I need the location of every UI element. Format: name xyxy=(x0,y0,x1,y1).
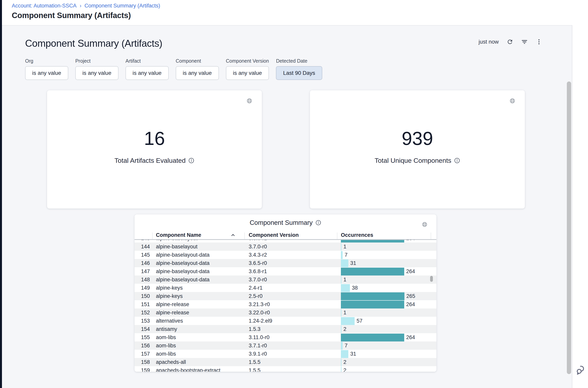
table-row[interactable]: 143alpine-baselayout3.6.8-r1264 xyxy=(134,240,436,242)
table-row[interactable]: 154antisamy1.5.32 xyxy=(134,325,436,333)
occurrence-bar xyxy=(341,268,404,275)
row-index: 146 xyxy=(134,259,150,267)
component-version-cell: 3.7.1-r0 xyxy=(249,341,267,350)
occurrence-bar xyxy=(341,259,348,267)
occurrence-value: 1 xyxy=(343,242,346,251)
table-row[interactable]: 149alpine-keys2.4-r138 xyxy=(134,284,436,292)
component-name-cell: alpine-release xyxy=(156,309,189,317)
filter-label: Detected Date xyxy=(276,58,322,64)
occurrences-cell: 264 xyxy=(341,267,431,275)
last-refreshed-label: just now xyxy=(479,39,499,45)
page-title: Component Summary (Artifacts) xyxy=(12,11,131,20)
table-row[interactable]: 145alpine-baselayout-data3.4.3-r27 xyxy=(134,251,436,259)
row-index: 152 xyxy=(134,309,150,317)
occurrence-value: 31 xyxy=(350,259,356,267)
info-icon[interactable] xyxy=(188,157,194,164)
occurrence-bar xyxy=(341,350,348,358)
occurrence-bar xyxy=(341,243,342,251)
component-version-cell: 3.4.3-r2 xyxy=(249,251,267,259)
occurrences-cell: 265 xyxy=(341,292,431,300)
breadcrumb-page-link[interactable]: Component Summary (Artifacts) xyxy=(85,3,160,9)
table-row[interactable]: 147alpine-baselayout-data3.6.8-r1264 xyxy=(134,267,436,275)
table-row[interactable]: 148alpine-baselayout-data3.7.0-r01 xyxy=(134,275,436,284)
occurrences-cell: 7 xyxy=(341,341,431,350)
component-version-cell: 3.22.0-r0 xyxy=(249,309,270,317)
component-name-cell: alpine-keys xyxy=(156,292,183,300)
occurrence-value: 2 xyxy=(343,358,346,366)
filter-value-button[interactable]: is any value xyxy=(75,66,118,80)
row-index: 150 xyxy=(134,292,150,300)
table-row[interactable]: 150alpine-keys2.5-r0265 xyxy=(134,292,436,300)
row-index: 145 xyxy=(134,251,150,259)
table-row[interactable]: 158apacheds-all1.5.52 xyxy=(134,358,436,366)
filter-value-button[interactable]: is any value xyxy=(25,66,68,80)
column-header-occurrences[interactable]: Occurrences xyxy=(341,231,373,239)
table-row[interactable]: 155aom-libs3.11.0-r0264 xyxy=(134,333,436,341)
occurrence-value: 1 xyxy=(343,309,346,317)
occurrence-value: 2 xyxy=(343,325,346,333)
info-icon[interactable] xyxy=(315,220,321,226)
stat-card-total-unique-components: 939 Total Unique Components xyxy=(310,90,525,209)
collapsed-nav-rail[interactable] xyxy=(0,0,2,388)
stat-label: Total Artifacts Evaluated xyxy=(114,157,186,164)
breadcrumb-account-link[interactable]: Account: Automation-SSCA xyxy=(12,3,76,9)
filter-value-button[interactable]: Last 90 Days xyxy=(276,66,322,80)
filter-value-button[interactable]: is any value xyxy=(126,66,169,80)
component-version-cell: 3.6.5-r0 xyxy=(249,259,267,267)
component-name-cell: apacheds-bootstrap-extract xyxy=(156,366,220,372)
table-row[interactable]: 157aom-libs3.9.1-r031 xyxy=(134,350,436,358)
stat-value: 16 xyxy=(47,128,262,149)
column-header-component-name[interactable]: Component Name xyxy=(156,231,238,239)
top-bar: Account: Automation-SSCA › Component Sum… xyxy=(2,0,588,25)
filter-label: Org xyxy=(25,58,68,64)
row-index: 158 xyxy=(134,358,150,366)
row-index: 159 xyxy=(134,366,150,372)
table-row[interactable]: 156aom-libs3.7.1-r07 xyxy=(134,341,436,350)
filter-label: Project xyxy=(75,58,118,64)
occurrences-cell: 264 xyxy=(341,300,431,309)
filter-value-button[interactable]: is any value xyxy=(176,66,219,80)
component-version-cell: 3.6.8-r1 xyxy=(249,267,267,275)
dashboard-title: Component Summary (Artifacts) xyxy=(25,38,162,49)
page-scrollbar-thumb[interactable] xyxy=(567,81,571,374)
row-index: 153 xyxy=(134,317,150,325)
occurrence-bar xyxy=(341,251,343,259)
component-summary-table-card: Component Summary Component Na xyxy=(134,215,436,372)
info-icon[interactable] xyxy=(454,157,460,164)
filter-label: Component xyxy=(176,58,219,64)
sort-asc-icon[interactable] xyxy=(230,233,236,238)
occurrence-bar xyxy=(341,367,342,372)
table-row[interactable]: 144alpine-baselayout3.7.0-r01 xyxy=(134,242,436,251)
component-version-cell: 2.5-r0 xyxy=(249,292,263,300)
occurrences-cell: 264 xyxy=(341,240,431,242)
table-row[interactable]: 152alpine-release3.22.0-r01 xyxy=(134,309,436,317)
kebab-menu-icon[interactable] xyxy=(536,39,542,45)
occurrence-bar xyxy=(341,317,355,325)
table-scrollbar-thumb[interactable] xyxy=(430,276,433,282)
table-row[interactable]: 146alpine-baselayout-data3.6.5-r031 xyxy=(134,259,436,267)
component-name-cell: aom-libs xyxy=(156,333,176,341)
filter-icon[interactable] xyxy=(521,39,528,45)
component-version-cell: 3.7.0-r0 xyxy=(249,242,267,251)
table-row[interactable]: 153alternatives1.24-2.el957 xyxy=(134,317,436,325)
globe-icon xyxy=(246,98,252,104)
component-name-cell: alpine-baselayout xyxy=(156,240,197,242)
table-body: 143alpine-baselayout3.6.8-r1264144alpine… xyxy=(134,240,436,372)
component-name-cell: aom-libs xyxy=(156,350,176,358)
component-version-cell: 1.5.3 xyxy=(249,325,261,333)
table-row[interactable]: 151alpine-release3.21.3-r0264 xyxy=(134,300,436,309)
filter-value-button[interactable]: is any value xyxy=(226,66,269,80)
component-name-cell: alpine-baselayout xyxy=(156,242,197,251)
filter-component: Component is any value xyxy=(176,58,219,80)
occurrences-cell: 38 xyxy=(341,284,431,292)
row-index: 154 xyxy=(134,325,150,333)
column-header-component-version[interactable]: Component Version xyxy=(249,231,299,239)
dashboard-panel: Component Summary (Artifacts) just now O… xyxy=(2,25,572,388)
filter-component-version: Component Version is any value xyxy=(226,58,269,80)
component-version-cell: 3.11.0-r0 xyxy=(249,333,269,341)
table-header-shadow xyxy=(134,239,436,240)
refresh-icon[interactable] xyxy=(507,39,513,45)
filter-detected-date: Detected Date Last 90 Days xyxy=(276,58,322,80)
chat-bubbles-icon[interactable] xyxy=(576,365,586,375)
table-row[interactable]: 159apacheds-bootstrap-extract1.5.52 xyxy=(134,366,436,372)
